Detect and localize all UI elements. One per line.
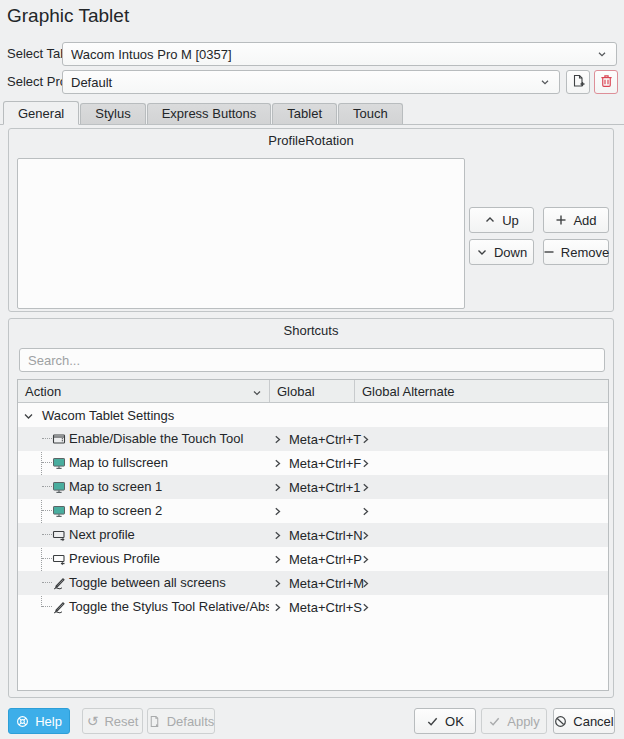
document-icon (148, 715, 161, 728)
check-icon (426, 715, 439, 728)
down-button[interactable]: Down (469, 239, 534, 265)
chevron-down-icon (539, 76, 551, 88)
column-header-global-alternate[interactable]: Global Alternate (354, 380, 608, 402)
up-button[interactable]: Up (469, 207, 534, 233)
tab-stylus[interactable]: Stylus (80, 103, 145, 124)
tree-branch (42, 534, 52, 535)
expand-arrow-icon[interactable] (361, 555, 370, 564)
global-shortcut-value: Meta+Ctrl+P (289, 552, 362, 567)
apply-button[interactable]: Apply (481, 708, 547, 734)
global-alternate-cell[interactable] (354, 531, 608, 540)
screen-icon (52, 456, 66, 470)
column-header-action[interactable]: Action (18, 380, 269, 402)
defaults-button[interactable]: Defaults (147, 708, 215, 734)
global-alternate-cell[interactable] (354, 603, 608, 612)
global-shortcut-cell[interactable]: Meta+Ctrl+1 (269, 480, 354, 495)
profile-rotation-list[interactable] (17, 158, 465, 309)
collapse-arrow-icon[interactable] (23, 410, 34, 421)
action-cell[interactable]: Toggle the Stylus Tool Relative/Absolute (18, 595, 269, 619)
delete-profile-button[interactable] (594, 70, 618, 94)
reset-button[interactable]: ↺ Reset (82, 708, 143, 734)
expand-arrow-icon[interactable] (361, 507, 370, 516)
global-alternate-cell[interactable] (354, 579, 608, 588)
table-row[interactable]: Toggle between all screensMeta+Ctrl+M (18, 571, 608, 595)
global-shortcut-cell[interactable]: Meta+Ctrl+T (269, 432, 354, 447)
help-icon (16, 715, 29, 728)
global-alternate-cell[interactable] (354, 483, 608, 492)
new-profile-button[interactable] (566, 70, 590, 94)
action-cell[interactable]: Toggle between all screens (18, 571, 269, 595)
table-row[interactable]: Map to fullscreenMeta+Ctrl+F (18, 451, 608, 475)
global-shortcut-cell[interactable]: Meta+Ctrl+N (269, 528, 354, 543)
table-row[interactable]: Enable/Disable the Touch ToolMeta+Ctrl+T (18, 427, 608, 451)
tab-tablet[interactable]: Tablet (272, 103, 337, 124)
tab-bar: General Stylus Express Buttons Tablet To… (0, 101, 624, 125)
action-cell[interactable]: Map to screen 1 (18, 475, 269, 499)
expand-arrow-icon[interactable] (273, 483, 282, 492)
expand-arrow-icon[interactable] (361, 435, 370, 444)
profile-combobox-value: Default (71, 75, 539, 90)
shortcut-table: Action Global Global Alternate Wacom Tab… (17, 379, 609, 691)
column-header-global[interactable]: Global (269, 380, 354, 402)
action-cell[interactable]: Previous Profile (18, 547, 269, 571)
ok-button-label: OK (445, 714, 464, 729)
tablet-combobox[interactable]: Wacom Intuos Pro M [0357] (62, 42, 617, 66)
document-new-icon (571, 73, 586, 91)
ok-button[interactable]: OK (414, 708, 476, 734)
global-shortcut-cell[interactable]: Meta+Ctrl+M (269, 576, 354, 591)
global-alternate-cell[interactable] (354, 435, 608, 444)
table-header: Action Global Global Alternate (18, 380, 608, 403)
expand-arrow-icon[interactable] (361, 531, 370, 540)
global-shortcut-cell[interactable]: Meta+Ctrl+P (269, 552, 354, 567)
defaults-button-label: Defaults (167, 714, 215, 729)
global-alternate-cell[interactable] (354, 507, 608, 516)
remove-button[interactable]: Remove (543, 239, 609, 265)
global-alternate-cell[interactable] (354, 555, 608, 564)
action-label: Map to screen 2 (69, 503, 162, 518)
table-row[interactable]: Map to screen 2 (18, 499, 608, 523)
global-alternate-cell[interactable] (354, 459, 608, 468)
action-cell[interactable]: Map to fullscreen (18, 451, 269, 475)
expand-arrow-icon[interactable] (273, 579, 282, 588)
trash-icon (599, 73, 614, 91)
help-button-label: Help (35, 714, 62, 729)
tab-express-buttons[interactable]: Express Buttons (147, 103, 272, 124)
table-row[interactable]: Toggle the Stylus Tool Relative/Absolute… (18, 595, 608, 619)
tab-touch[interactable]: Touch (338, 103, 403, 124)
expand-arrow-icon[interactable] (273, 531, 282, 540)
global-shortcut-value: Meta+Ctrl+M (289, 576, 364, 591)
expand-arrow-icon[interactable] (361, 603, 370, 612)
profile-combobox[interactable]: Default (62, 70, 560, 94)
global-shortcut-cell[interactable]: Meta+Ctrl+S (269, 600, 354, 615)
table-row[interactable]: Previous ProfileMeta+Ctrl+P (18, 547, 608, 571)
table-row[interactable]: Next profileMeta+Ctrl+N (18, 523, 608, 547)
action-cell[interactable]: Enable/Disable the Touch Tool (18, 427, 269, 451)
tab-general[interactable]: General (3, 101, 79, 125)
expand-arrow-icon[interactable] (273, 555, 282, 564)
expand-arrow-icon[interactable] (273, 459, 282, 468)
tablet-icon (52, 432, 66, 446)
screen-icon (52, 504, 66, 518)
expand-arrow-icon[interactable] (273, 435, 282, 444)
expand-arrow-icon[interactable] (361, 579, 370, 588)
tree-root-row[interactable]: Wacom Tablet Settings (18, 403, 608, 427)
expand-arrow-icon[interactable] (361, 483, 370, 492)
table-row[interactable]: Map to screen 1Meta+Ctrl+1 (18, 475, 608, 499)
action-cell[interactable]: Map to screen 2 (18, 499, 269, 523)
action-cell[interactable]: Next profile (18, 523, 269, 547)
tree-branch (42, 486, 52, 487)
search-input[interactable] (19, 348, 605, 372)
cancel-button[interactable]: Cancel (553, 708, 615, 734)
global-shortcut-cell[interactable]: Meta+Ctrl+F (269, 456, 354, 471)
cancel-icon (554, 715, 567, 728)
expand-arrow-icon[interactable] (273, 507, 282, 516)
help-button[interactable]: Help (8, 708, 70, 734)
profile-next-icon (52, 528, 66, 542)
undo-icon: ↺ (87, 715, 99, 728)
global-shortcut-cell[interactable] (269, 507, 354, 516)
remove-button-label: Remove (561, 245, 609, 260)
add-button[interactable]: Add (543, 207, 609, 233)
expand-arrow-icon[interactable] (273, 603, 282, 612)
expand-arrow-icon[interactable] (361, 459, 370, 468)
profile-prev-icon (52, 552, 66, 566)
